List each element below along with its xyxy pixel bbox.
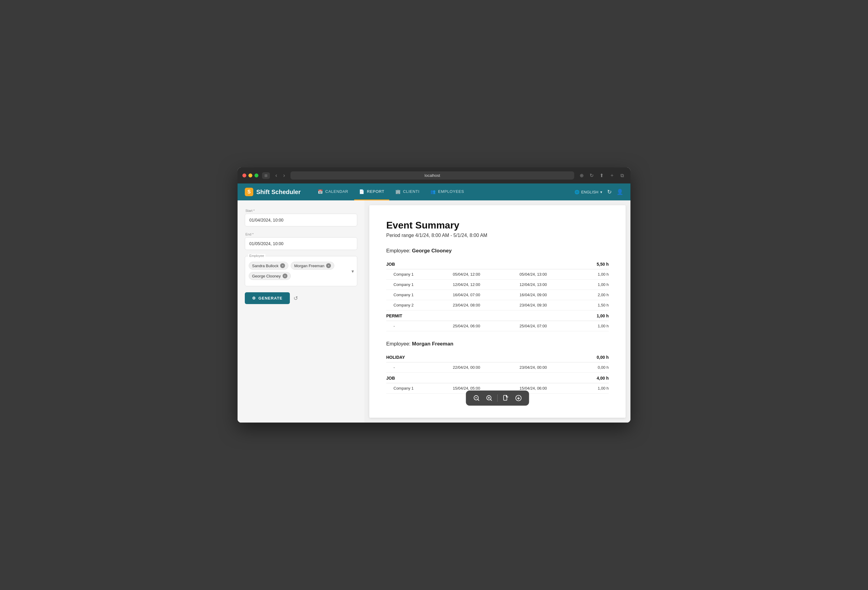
gear-icon: ⚙ bbox=[252, 296, 256, 301]
detail-row-0-1-0: - 25/04/24, 06:00 25/04/24, 07:00 1,00 h bbox=[386, 321, 609, 331]
pdf-toolbar bbox=[466, 391, 529, 406]
sidebar: Start * End * Employee Sandra Bullock × … bbox=[238, 201, 365, 423]
svg-line-1 bbox=[478, 399, 479, 400]
employee-heading-0: Employee: George Clooney bbox=[386, 248, 609, 254]
browser-actions: ⊕ ↻ ⬆ ＋ ⧉ bbox=[578, 171, 626, 180]
hours-col: 1,00 h bbox=[579, 280, 609, 290]
category-type-holiday-1: HOLIDAY bbox=[386, 352, 446, 363]
company-col: Company 1 bbox=[386, 269, 446, 280]
download-button[interactable] bbox=[513, 394, 524, 403]
back-button[interactable]: ‹ bbox=[273, 172, 279, 179]
employee-field: Employee Sandra Bullock × Morgan Freeman… bbox=[245, 256, 357, 286]
share-button[interactable]: ⬆ bbox=[598, 171, 605, 180]
employee-chips: Sandra Bullock × Morgan Freeman × George… bbox=[249, 262, 353, 280]
generate-button[interactable]: ⚙ GENERATE bbox=[245, 292, 290, 304]
employee-section-1: Employee: Morgan Freeman HOLIDAY 0,00 h … bbox=[386, 341, 609, 394]
reload-button[interactable]: ↻ bbox=[588, 171, 595, 180]
language-selector[interactable]: 🌐 ENGLISH ▾ bbox=[574, 190, 602, 194]
refresh-button[interactable]: ↻ bbox=[607, 189, 612, 195]
end-col: 23/04/24, 00:00 bbox=[512, 363, 579, 373]
user-account-button[interactable]: 👤 bbox=[617, 189, 623, 195]
new-tab-button[interactable]: ＋ bbox=[608, 171, 616, 180]
header-right: 🌐 ENGLISH ▾ ↻ 👤 bbox=[574, 189, 623, 195]
split-view-button[interactable]: ⧉ bbox=[619, 172, 626, 180]
clienti-icon: 🏢 bbox=[395, 189, 401, 194]
start-col: 12/04/24, 12:00 bbox=[446, 280, 512, 290]
employee-heading-1: Employee: Morgan Freeman bbox=[386, 341, 609, 347]
category-total-job-1: 4,00 h bbox=[579, 373, 609, 383]
remove-employee-1-button[interactable]: × bbox=[326, 263, 331, 268]
start-field-group: Start * bbox=[245, 209, 357, 226]
employee-section-0: Employee: George Clooney JOB 5,50 h Comp… bbox=[386, 248, 609, 331]
category-row-holiday-1: HOLIDAY 0,00 h bbox=[386, 352, 609, 363]
hours-col: 1,00 h bbox=[579, 383, 609, 394]
employee-chip-0: Sandra Bullock × bbox=[249, 262, 288, 270]
browser-nav: ‹ › bbox=[273, 172, 287, 179]
nav-item-report[interactable]: 📄 REPORT bbox=[354, 184, 389, 201]
start-col: 25/04/24, 06:00 bbox=[446, 321, 512, 331]
start-col: 16/04/24, 07:00 bbox=[446, 290, 512, 300]
generate-row: ⚙ GENERATE ↺ bbox=[245, 292, 357, 304]
generate-label: GENERATE bbox=[258, 296, 283, 301]
nav-label-calendar: CALENDAR bbox=[325, 189, 348, 194]
end-input[interactable] bbox=[245, 237, 357, 250]
start-col: 23/04/24, 08:00 bbox=[446, 300, 512, 310]
zoom-in-button[interactable] bbox=[484, 394, 495, 403]
main-nav: 📅 CALENDAR 📄 REPORT 🏢 CLIENTI 👥 EMPLOYEE… bbox=[313, 184, 574, 201]
company-col: - bbox=[386, 363, 446, 373]
app-body: Start * End * Employee Sandra Bullock × … bbox=[238, 201, 630, 423]
lang-chevron-icon: ▾ bbox=[600, 190, 602, 194]
sidebar-toggle-button[interactable]: ⊞ bbox=[262, 172, 270, 179]
report-period: Period range 4/1/24, 8:00 AM - 5/1/24, 8… bbox=[386, 233, 609, 238]
detail-row-0-0-1: Company 1 12/04/24, 12:00 12/04/24, 13:0… bbox=[386, 280, 609, 290]
start-col: 22/04/24, 00:00 bbox=[446, 363, 512, 373]
company-col: - bbox=[386, 321, 446, 331]
logo-icon: S bbox=[245, 188, 253, 196]
report-icon: 📄 bbox=[359, 189, 365, 194]
pdf-toolbar-divider bbox=[497, 394, 498, 402]
detail-row-0-0-3: Company 2 23/04/24, 08:00 23/04/24, 09:3… bbox=[386, 300, 609, 310]
maximize-traffic-light[interactable] bbox=[254, 174, 258, 177]
company-col: Company 2 bbox=[386, 300, 446, 310]
translate-icon: 🌐 bbox=[574, 190, 579, 194]
svg-line-4 bbox=[490, 399, 492, 400]
language-label: ENGLISH bbox=[581, 190, 598, 194]
remove-employee-0-button[interactable]: × bbox=[280, 263, 285, 268]
forward-button[interactable]: › bbox=[281, 172, 287, 179]
category-type-permit-0: PERMIT bbox=[386, 310, 446, 321]
category-row-job-0: JOB 5,50 h bbox=[386, 259, 609, 269]
end-col: 23/04/24, 09:30 bbox=[512, 300, 579, 310]
hours-col: 2,00 h bbox=[579, 290, 609, 300]
category-row-job-1: JOB 4,00 h bbox=[386, 373, 609, 383]
report-paper: Event Summary Period range 4/1/24, 8:00 … bbox=[369, 205, 626, 418]
category-row-permit-0: PERMIT 1,00 h bbox=[386, 310, 609, 321]
close-traffic-light[interactable] bbox=[242, 174, 246, 177]
nav-item-employees[interactable]: 👥 EMPLOYEES bbox=[425, 184, 469, 201]
start-input[interactable] bbox=[245, 214, 357, 226]
start-label: Start * bbox=[245, 209, 357, 212]
app-header: S Shift Scheduler 📅 CALENDAR 📄 REPORT 🏢 … bbox=[238, 183, 630, 201]
address-bar[interactable] bbox=[291, 171, 574, 180]
zoom-out-button[interactable] bbox=[471, 394, 482, 403]
remove-employee-2-button[interactable]: × bbox=[283, 274, 288, 278]
report-area: Event Summary Period range 4/1/24, 8:00 … bbox=[365, 201, 630, 423]
page-button[interactable] bbox=[500, 394, 512, 403]
start-col: 05/04/24, 12:00 bbox=[446, 269, 512, 280]
nav-label-clienti: CLIENTI bbox=[403, 189, 419, 194]
browser-chrome: ⊞ ‹ › ⊕ ↻ ⬆ ＋ ⧉ bbox=[238, 167, 630, 183]
app-title: Shift Scheduler bbox=[256, 189, 301, 196]
nav-item-clienti[interactable]: 🏢 CLIENTI bbox=[390, 184, 424, 201]
detail-row-0-0-2: Company 1 16/04/24, 07:00 16/04/24, 09:0… bbox=[386, 290, 609, 300]
reset-button[interactable]: ↺ bbox=[294, 295, 298, 302]
employee-dropdown-icon[interactable]: ▾ bbox=[351, 268, 354, 274]
detail-row-1-0-0: - 22/04/24, 00:00 23/04/24, 00:00 0,00 h bbox=[386, 363, 609, 373]
employee-chip-name-1: Morgan Freeman bbox=[294, 264, 324, 268]
category-type-job-1: JOB bbox=[386, 373, 446, 383]
nav-item-calendar[interactable]: 📅 CALENDAR bbox=[313, 184, 353, 201]
hours-col: 1,00 h bbox=[579, 321, 609, 331]
translate-button[interactable]: ⊕ bbox=[578, 171, 585, 180]
employee-chip-name-0: Sandra Bullock bbox=[252, 264, 278, 268]
end-col: 25/04/24, 07:00 bbox=[512, 321, 579, 331]
minimize-traffic-light[interactable] bbox=[248, 174, 252, 177]
employee-chip-2: George Clooney × bbox=[249, 272, 291, 280]
